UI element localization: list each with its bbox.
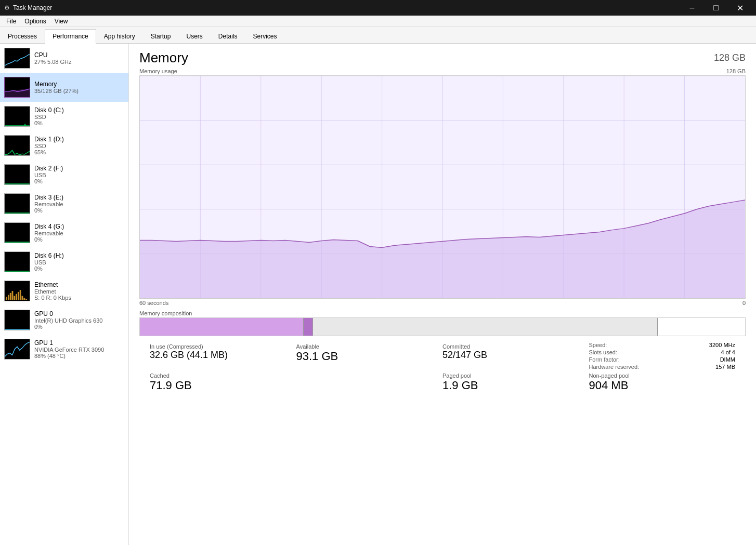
cpu-sub: 27% 5.08 GHz [34, 59, 124, 65]
gpu0-sub1: Intel(R) UHD Graphics 630 [34, 317, 124, 324]
cpu-thumbnail [4, 48, 30, 69]
stat-available-label: Available [296, 343, 439, 350]
menu-file[interactable]: File [2, 17, 20, 26]
disk0-thumbnail [4, 106, 30, 127]
svg-rect-8 [22, 296, 23, 300]
disk6-thumbnail [4, 251, 30, 272]
detail-slots-label: Slots used: [589, 349, 617, 355]
sidebar-item-disk1[interactable]: Disk 1 (D:) SSD 65% [0, 131, 128, 160]
maximize-button[interactable]: □ [704, 0, 728, 16]
tabs-bar: Processes Performance App history Startu… [0, 27, 756, 44]
disk6-title: Disk 6 (H:) [34, 252, 124, 259]
detail-slots: Slots used: 4 of 4 [589, 349, 736, 356]
detail-hw-reserved: Hardware reserved: 157 MB [589, 363, 736, 370]
minimize-button[interactable]: – [680, 0, 704, 16]
disk2-info: Disk 2 (F:) USB 0% [34, 165, 124, 184]
disk1-sub2: 65% [34, 149, 124, 155]
memory-composition-bar [139, 317, 746, 336]
disk0-sub1: SSD [34, 114, 124, 120]
disk2-thumbnail [4, 164, 30, 185]
ethernet-sub2: S: 0 R: 0 Kbps [34, 295, 124, 301]
sidebar-item-disk0[interactable]: Disk 0 (C:) SSD 0% [0, 102, 128, 131]
gpu1-thumbnail [4, 339, 30, 360]
sidebar-item-disk6[interactable]: Disk 6 (H:) USB 0% [0, 247, 128, 276]
disk3-info: Disk 3 (E:) Removable 0% [34, 194, 124, 214]
sidebar-item-disk3[interactable]: Disk 3 (E:) Removable 0% [0, 189, 128, 218]
stat-available-value: 93.1 GB [296, 350, 439, 363]
stat-inuse: In use (Compressed) 32.6 GB (44.1 MB) [150, 341, 296, 370]
memory-chart [139, 75, 746, 299]
gpu0-title: GPU 0 [34, 310, 124, 317]
menu-view[interactable]: View [50, 17, 72, 26]
tab-services[interactable]: Services [245, 29, 285, 44]
disk4-info: Disk 4 (G:) Removable 0% [34, 223, 124, 243]
stat-paged-value: 1.9 GB [442, 379, 585, 392]
memory-info: Memory 35/128 GB (27%) [34, 81, 124, 94]
sidebar-item-gpu0[interactable]: GPU 0 Intel(R) UHD Graphics 630 0% [0, 305, 128, 335]
svg-rect-1 [8, 295, 9, 300]
detail-form-value: DIMM [720, 356, 735, 363]
detail-hw-label: Hardware reserved: [589, 364, 640, 370]
close-button[interactable]: ✕ [728, 0, 752, 16]
sidebar-item-ethernet[interactable]: Ethernet Ethernet S: 0 R: 0 Kbps [0, 276, 128, 305]
memory-title: Memory [34, 81, 124, 88]
chart-label-text: Memory usage [139, 68, 177, 74]
mem-comp-inuse [140, 318, 303, 336]
sidebar-item-cpu[interactable]: CPU 27% 5.08 GHz [0, 44, 128, 73]
gpu0-thumbnail [4, 310, 30, 330]
disk1-title: Disk 1 (D:) [34, 136, 124, 143]
mem-comp-free [657, 318, 745, 336]
stat-cached-value: 71.9 GB [150, 379, 292, 392]
sidebar-item-memory[interactable]: Memory 35/128 GB (27%) [0, 73, 128, 102]
sidebar-item-disk2[interactable]: Disk 2 (F:) USB 0% [0, 160, 128, 189]
svg-rect-6 [18, 292, 19, 300]
disk0-title: Disk 0 (C:) [34, 107, 124, 114]
tab-performance[interactable]: Performance [45, 29, 96, 44]
memory-composition-label: Memory composition [139, 310, 746, 316]
disk0-info: Disk 0 (C:) SSD 0% [34, 107, 124, 126]
memory-thumbnail [4, 77, 30, 98]
content-header: Memory 128 GB [129, 44, 756, 68]
tab-startup[interactable]: Startup [143, 29, 179, 44]
disk4-sub1: Removable [34, 230, 124, 236]
disk2-sub2: 0% [34, 178, 124, 184]
svg-rect-5 [16, 294, 17, 300]
disk2-title: Disk 2 (F:) [34, 165, 124, 172]
svg-rect-3 [12, 291, 14, 300]
disk6-sub1: USB [34, 259, 124, 265]
ethernet-sub1: Ethernet [34, 288, 124, 295]
app-title: Task Manager [13, 4, 52, 11]
content-total-value: 128 GB [714, 52, 746, 63]
gpu1-title: GPU 1 [34, 339, 124, 347]
detail-speed: Speed: 3200 MHz [589, 341, 736, 349]
tab-details[interactable]: Details [211, 29, 245, 44]
tab-app-history[interactable]: App history [96, 29, 143, 44]
stat-available: Available 93.1 GB [296, 341, 443, 370]
disk6-info: Disk 6 (H:) USB 0% [34, 252, 124, 272]
gpu0-info: GPU 0 Intel(R) UHD Graphics 630 0% [34, 310, 124, 330]
sidebar-item-gpu1[interactable]: GPU 1 NVIDIA GeForce RTX 3090 88% (48 °C… [0, 335, 128, 364]
sidebar-item-disk4[interactable]: Disk 4 (G:) Removable 0% [0, 218, 128, 247]
disk3-title: Disk 3 (E:) [34, 194, 124, 201]
detail-form: Form factor: DIMM [589, 356, 736, 363]
stat-nonpaged-label: Non-paged pool [589, 373, 732, 379]
stat-committed: Committed 52/147 GB [442, 341, 589, 370]
disk0-sub2: 0% [34, 120, 124, 126]
stat-paged-label: Paged pool [442, 373, 585, 379]
stat-empty [296, 370, 443, 394]
gpu1-sub1: NVIDIA GeForce RTX 3090 [34, 347, 124, 353]
chart-footer: 60 seconds 0 [139, 300, 746, 306]
chart-duration: 60 seconds [139, 300, 168, 306]
ethernet-info: Ethernet Ethernet S: 0 R: 0 Kbps [34, 281, 124, 301]
detail-form-label: Form factor: [589, 356, 620, 363]
content-title: Memory [139, 50, 188, 66]
disk2-sub1: USB [34, 172, 124, 178]
title-bar-left: ⚙ Task Manager [4, 4, 52, 11]
chart-label-row: Memory usage 128 GB [139, 68, 746, 74]
tab-processes[interactable]: Processes [0, 29, 45, 44]
tab-users[interactable]: Users [178, 29, 210, 44]
menu-options[interactable]: Options [20, 17, 50, 26]
gpu1-info: GPU 1 NVIDIA GeForce RTX 3090 88% (48 °C… [34, 339, 124, 359]
detail-speed-value: 3200 MHz [709, 342, 735, 348]
disk1-info: Disk 1 (D:) SSD 65% [34, 136, 124, 155]
